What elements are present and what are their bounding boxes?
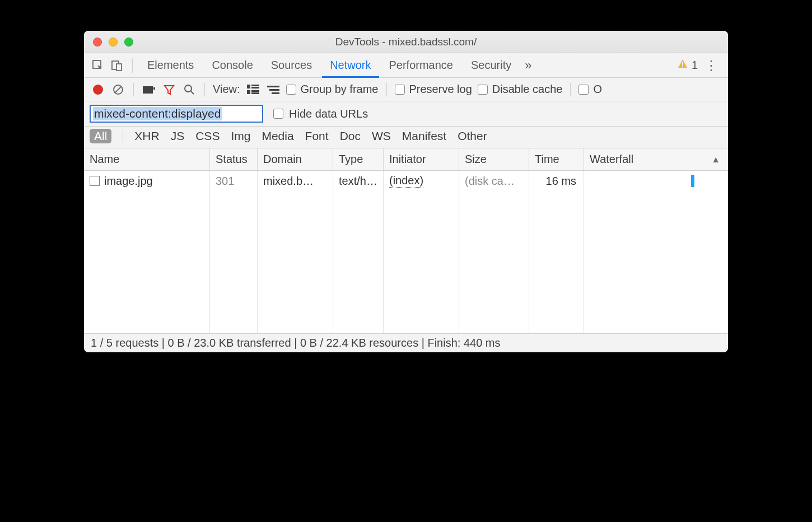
col-type[interactable]: Type (333, 148, 384, 170)
row-status[interactable]: 301 (210, 171, 258, 191)
svg-rect-19 (272, 92, 279, 94)
filter-value: mixed-content:displayed (93, 107, 222, 120)
filter-xhr[interactable]: XHR (134, 129, 159, 143)
disable-cache-label: Disable cache (492, 83, 563, 96)
filter-media[interactable]: Media (262, 129, 293, 143)
overview-icon[interactable] (266, 82, 281, 97)
filter-img[interactable]: Img (231, 129, 250, 143)
more-tabs-button[interactable]: » (521, 58, 535, 73)
filter-input[interactable]: mixed-content:displayed (90, 105, 263, 123)
devtools-window: DevTools - mixed.badssl.com/ Elements Co… (84, 31, 728, 352)
col-initiator[interactable]: Initiator (384, 148, 459, 170)
warning-icon (677, 58, 688, 72)
sort-asc-icon: ▲ (711, 155, 720, 165)
tab-elements[interactable]: Elements (139, 53, 202, 78)
disable-cache-checkbox[interactable]: Disable cache (478, 83, 563, 96)
group-by-frame-label: Group by frame (301, 83, 379, 96)
large-rows-icon[interactable] (246, 82, 260, 97)
row-name[interactable]: image.jpg (84, 171, 210, 191)
hide-data-urls-label: Hide data URLs (289, 108, 368, 120)
svg-rect-4 (682, 66, 683, 67)
filter-manifest[interactable]: Manifest (402, 129, 446, 143)
tab-security[interactable]: Security (463, 53, 519, 78)
tab-performance[interactable]: Performance (381, 53, 461, 78)
row-size[interactable]: (disk ca… (459, 171, 529, 191)
file-icon (90, 176, 100, 186)
svg-rect-2 (116, 64, 122, 71)
titlebar: DevTools - mixed.badssl.com/ (84, 31, 728, 53)
row-waterfall[interactable] (584, 171, 728, 191)
offline-checkbox[interactable]: O (578, 83, 602, 96)
filter-doc[interactable]: Doc (340, 129, 361, 143)
clear-button[interactable] (111, 82, 125, 97)
record-button[interactable] (91, 82, 105, 97)
separator (204, 83, 205, 96)
col-name[interactable]: Name (84, 148, 210, 170)
row-type[interactable]: text/h… (333, 171, 384, 191)
col-size[interactable]: Size (459, 148, 529, 170)
svg-rect-7 (143, 86, 153, 94)
preserve-log-checkbox[interactable]: Preserve log (395, 83, 472, 96)
warning-badge[interactable]: 1 (677, 58, 698, 72)
capture-screenshots-icon[interactable] (142, 82, 156, 97)
filter-js[interactable]: JS (171, 129, 185, 143)
network-grid-body: image.jpg 301 mixed.b… text/h… (index) (… (84, 171, 728, 333)
group-by-frame-checkbox[interactable]: Group by frame (286, 83, 379, 96)
filter-ws[interactable]: WS (372, 129, 391, 143)
tab-network[interactable]: Network (322, 53, 379, 78)
filter-other[interactable]: Other (458, 129, 487, 143)
row-name-text: image.jpg (104, 175, 153, 188)
row-initiator[interactable]: (index) (384, 171, 459, 191)
checkbox-icon (286, 85, 296, 95)
filter-font[interactable]: Font (305, 129, 329, 143)
warning-count: 1 (692, 59, 698, 72)
svg-rect-15 (251, 90, 259, 92)
status-text: 1 / 5 requests | 0 B / 23.0 KB transferr… (91, 337, 501, 349)
inspect-element-icon[interactable] (90, 57, 106, 74)
col-domain[interactable]: Domain (258, 148, 333, 170)
svg-rect-14 (247, 90, 250, 94)
preserve-log-label: Preserve log (409, 83, 472, 96)
view-label: View: (213, 83, 240, 96)
filter-bar: mixed-content:displayed Hide data URLs (84, 101, 728, 127)
hide-data-urls-checkbox[interactable]: Hide data URLs (273, 108, 368, 120)
resource-type-bar: All XHR JS CSS Img Media Font Doc WS Man… (84, 127, 728, 148)
svg-rect-11 (247, 85, 250, 88)
checkbox-icon (273, 109, 283, 119)
search-icon[interactable] (182, 82, 197, 97)
checkbox-icon (478, 85, 488, 95)
separator (386, 83, 387, 96)
checkbox-icon (578, 85, 589, 95)
svg-rect-12 (251, 85, 259, 86)
svg-rect-18 (269, 89, 279, 91)
network-grid-header: Name Status Domain Type Initiator Size T… (84, 148, 728, 171)
svg-line-6 (115, 86, 122, 93)
divider (132, 58, 133, 73)
tab-console[interactable]: Console (204, 53, 260, 78)
svg-rect-8 (153, 87, 155, 90)
svg-rect-13 (251, 87, 259, 88)
row-domain[interactable]: mixed.b… (258, 171, 333, 191)
row-time[interactable]: 16 ms (529, 171, 584, 191)
filter-icon[interactable] (162, 82, 176, 97)
network-toolbar: View: Group by frame Preserve log Disabl… (84, 78, 728, 101)
svg-rect-3 (682, 62, 683, 65)
col-time[interactable]: Time (529, 148, 584, 170)
truncated-label: O (593, 83, 602, 96)
waterfall-bar (691, 175, 694, 187)
col-status[interactable]: Status (210, 148, 258, 170)
svg-point-9 (185, 85, 192, 92)
tab-sources[interactable]: Sources (263, 53, 320, 78)
window-title: DevTools - mixed.badssl.com/ (84, 36, 728, 48)
separator (133, 83, 134, 96)
device-toggle-icon[interactable] (109, 57, 125, 74)
settings-menu-button[interactable]: ⋮ (700, 58, 722, 73)
svg-rect-16 (251, 92, 259, 94)
filter-all[interactable]: All (90, 129, 111, 143)
checkbox-icon (395, 85, 405, 95)
filter-css[interactable]: CSS (195, 129, 220, 143)
col-waterfall[interactable]: Waterfall ▲ (584, 148, 728, 170)
separator (570, 83, 571, 96)
row-initiator-text: (index) (389, 174, 423, 188)
status-bar: 1 / 5 requests | 0 B / 23.0 KB transferr… (84, 333, 728, 352)
